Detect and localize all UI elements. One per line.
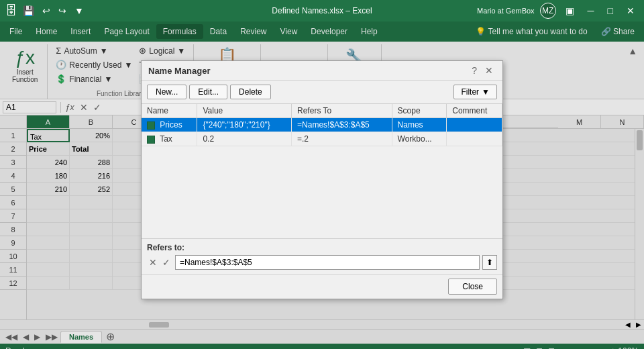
title-bar: 🗄 💾 ↩ ↪ ▼ Defined Names.xlsx – Excel Mar…: [0, 0, 644, 21]
name-value: Prices: [160, 120, 182, 130]
refers-to-cell-prices[interactable]: =Names!$A$3:$A$5: [292, 118, 392, 132]
modal-help-button[interactable]: ?: [469, 65, 480, 76]
col-header-name: Name: [142, 104, 197, 118]
refers-confirm-button[interactable]: ✓: [160, 256, 172, 269]
modal-toolbar: New... Edit... Delete Filter ▼: [142, 81, 502, 104]
table-row[interactable]: Tax 0.2 =.2 Workbo...: [142, 132, 502, 146]
name-icon: [147, 136, 155, 144]
minimize-button[interactable]: ─: [584, 4, 598, 17]
name-cell-prices[interactable]: Prices: [142, 118, 197, 132]
name-icon: [147, 121, 155, 130]
ribbon-display-button[interactable]: ▣: [561, 4, 578, 17]
modal-close-icon-button[interactable]: ✕: [482, 65, 496, 76]
window-title: Defined Names.xlsx – Excel: [272, 6, 372, 15]
modal-filter-button[interactable]: Filter ▼: [453, 85, 497, 99]
refers-cancel-button[interactable]: ✕: [147, 256, 159, 269]
scope-cell-prices[interactable]: Names: [392, 118, 447, 132]
title-bar-left: 🗄 💾 ↩ ↪ ▼: [5, 4, 87, 18]
redo-button[interactable]: ↪: [56, 4, 69, 17]
modal-close-button[interactable]: Close: [448, 279, 497, 295]
main-content: A B C M N 1 2 3 4 5 6 7 8 9 10 11 12: [0, 115, 644, 319]
modal-delete-button[interactable]: Delete: [230, 85, 271, 99]
excel-logo-icon: 🗄: [5, 4, 17, 18]
refers-to-label: Refers to:: [147, 243, 497, 252]
close-window-button[interactable]: ✕: [623, 4, 639, 17]
refers-to-bar: Refers to: ✕ ✓ ⬆: [142, 238, 502, 274]
col-header-comment: Comment: [447, 104, 502, 118]
undo-button[interactable]: ↩: [40, 4, 53, 17]
modal-footer: Close: [142, 274, 502, 299]
refers-to-input[interactable]: [175, 255, 480, 270]
refers-collapse-button[interactable]: ⬆: [482, 255, 497, 270]
refers-to-cell-tax[interactable]: =.2: [292, 132, 392, 146]
modal-title: Name Manager: [148, 66, 210, 76]
customize-qa-button[interactable]: ▼: [72, 4, 87, 17]
scope-cell-tax[interactable]: Workbo...: [392, 132, 447, 146]
modal-table-container[interactable]: Name Value Refers To Scope Comment Price…: [142, 104, 502, 238]
col-header-refers-to: Refers To: [292, 104, 392, 118]
comment-cell-tax[interactable]: [447, 132, 502, 146]
user-avatar: MZ: [540, 3, 556, 19]
modal-overlay: Name Manager ? ✕ New... Edit... Delete F…: [0, 21, 644, 349]
quick-access-toolbar: 🗄 💾 ↩ ↪ ▼: [5, 4, 87, 18]
modal-title-bar: Name Manager ? ✕: [142, 61, 502, 81]
maximize-button[interactable]: □: [604, 4, 617, 17]
modal-new-button[interactable]: New...: [147, 85, 186, 99]
value-cell-tax[interactable]: 0.2: [197, 132, 292, 146]
name-manager-dialog: Name Manager ? ✕ New... Edit... Delete F…: [141, 60, 503, 299]
name-cell-tax[interactable]: Tax: [142, 132, 197, 146]
save-button[interactable]: 💾: [20, 4, 37, 17]
col-header-value: Value: [197, 104, 292, 118]
value-cell-prices[interactable]: {"240";"180";"210"}: [197, 118, 292, 132]
modal-edit-button[interactable]: Edit...: [189, 85, 227, 99]
table-row[interactable]: Prices {"240";"180";"210"} =Names!$A$3:$…: [142, 118, 502, 132]
col-header-scope: Scope: [392, 104, 447, 118]
table-header-row: Name Value Refers To Scope Comment: [142, 104, 502, 118]
names-table: Name Value Refers To Scope Comment Price…: [142, 104, 502, 146]
user-name: Mario at GemBox: [477, 7, 535, 15]
title-bar-right: Mario at GemBox MZ ▣ ─ □ ✕: [477, 3, 639, 19]
name-value: Tax: [160, 134, 172, 144]
comment-cell-prices[interactable]: [447, 118, 502, 132]
filter-label: Filter: [461, 87, 479, 97]
filter-arrow-icon: ▼: [482, 87, 490, 97]
